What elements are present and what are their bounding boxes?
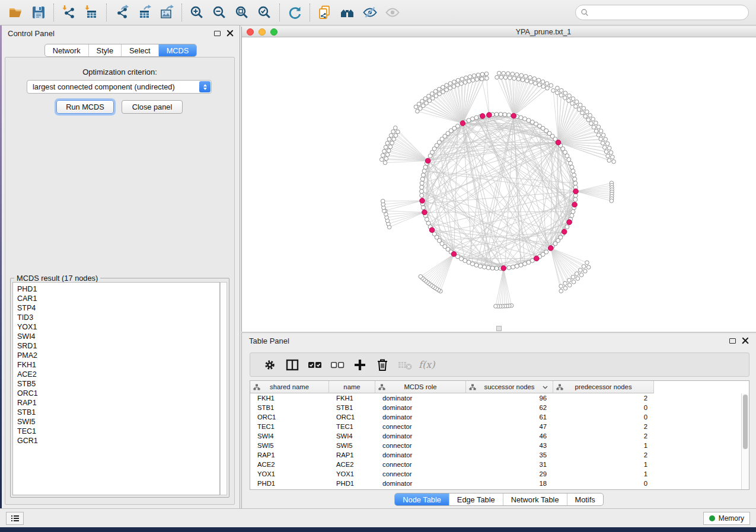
graph-node[interactable] (609, 150, 613, 155)
graph-node[interactable] (591, 117, 595, 121)
graph-node[interactable] (445, 88, 449, 92)
table-row[interactable]: FKH1FKH1dominator962 (250, 393, 741, 403)
table-scrollbar[interactable] (741, 393, 749, 489)
graph-node[interactable] (611, 155, 615, 159)
add-column-icon[interactable] (349, 355, 371, 374)
graph-node[interactable] (388, 145, 393, 149)
graph-node[interactable] (589, 121, 594, 126)
graph-node[interactable] (567, 283, 572, 287)
graph-node[interactable] (420, 185, 424, 190)
graph-node[interactable] (470, 117, 474, 121)
table-row[interactable]: YOX1YOX1connector291 (250, 469, 741, 479)
graph-node[interactable] (427, 94, 431, 98)
graph-node[interactable] (578, 103, 582, 107)
graph-node[interactable] (394, 126, 398, 130)
graph-node[interactable] (601, 141, 605, 145)
mcds-result-item[interactable]: PHD1 (17, 284, 219, 294)
graph-node[interactable] (419, 275, 423, 279)
graph-node[interactable] (586, 118, 591, 122)
graph-node-dominator[interactable] (534, 256, 540, 261)
unselect-all-columns-icon[interactable] (326, 355, 349, 374)
graph-node[interactable] (464, 76, 468, 80)
graph-node[interactable] (519, 263, 523, 267)
graph-node[interactable] (565, 225, 569, 229)
hide-selected-icon[interactable] (359, 2, 381, 23)
graph-node[interactable] (480, 72, 484, 76)
delete-column-icon[interactable] (371, 355, 394, 374)
graph-node[interactable] (485, 76, 489, 81)
graph-node[interactable] (567, 278, 572, 283)
tab-style[interactable]: Style (89, 44, 122, 56)
mcds-result-item[interactable]: STP4 (17, 303, 219, 313)
graph-node[interactable] (559, 284, 563, 289)
column-header-predecessor-nodes[interactable]: predecessor nodes (553, 381, 654, 393)
table-row[interactable]: STB1STB1dominator620 (250, 403, 741, 412)
graph-node[interactable] (583, 114, 588, 118)
graph-node[interactable] (541, 80, 545, 84)
search-box[interactable] (575, 5, 749, 20)
export-image-icon[interactable] (155, 2, 178, 23)
mcds-result-item[interactable]: SRD1 (17, 341, 219, 351)
window-close-icon[interactable] (247, 28, 254, 36)
table-row[interactable]: ACE2ACE2connector311 (250, 460, 741, 469)
graph-node[interactable] (387, 137, 391, 142)
graph-node[interactable] (420, 190, 424, 194)
tab-node-table[interactable]: Node Table (395, 493, 449, 505)
graph-node[interactable] (511, 72, 515, 76)
graph-node-dominator[interactable] (567, 220, 572, 225)
graph-node[interactable] (572, 173, 576, 177)
graph-node[interactable] (383, 161, 387, 165)
graph-node[interactable] (456, 78, 460, 82)
graph-node[interactable] (421, 206, 425, 210)
mcds-result-item[interactable]: PMA2 (17, 351, 219, 360)
table-row[interactable]: PHD1PHD1dominator180 (250, 479, 741, 488)
first-neighbors-icon[interactable] (336, 2, 359, 23)
graph-node[interactable] (546, 86, 550, 91)
show-columns-icon[interactable] (281, 355, 304, 374)
network-graph[interactable] (242, 37, 756, 331)
graph-node[interactable] (384, 145, 388, 149)
graph-node[interactable] (519, 116, 523, 120)
mcds-result-item[interactable]: TID3 (17, 313, 219, 322)
graph-node[interactable] (582, 107, 586, 111)
graph-node[interactable] (499, 75, 503, 79)
save-session-icon[interactable] (27, 2, 50, 23)
graph-node[interactable] (460, 77, 464, 81)
graph-node[interactable] (585, 261, 589, 265)
open-file-icon[interactable] (5, 2, 27, 23)
graph-node[interactable] (533, 81, 537, 85)
graph-node[interactable] (391, 130, 395, 134)
tab-network[interactable]: Network (45, 44, 89, 56)
graph-node[interactable] (448, 86, 452, 90)
tab-mcds[interactable]: MCDS (159, 44, 197, 56)
graph-node[interactable] (463, 81, 467, 85)
graph-node[interactable] (573, 181, 578, 185)
graph-node[interactable] (430, 92, 434, 96)
zoom-in-icon[interactable] (186, 2, 208, 23)
graph-node[interactable] (484, 72, 489, 76)
graph-node[interactable] (507, 265, 511, 270)
graph-node[interactable] (425, 217, 429, 222)
graph-node-dominator[interactable] (548, 246, 554, 251)
graph-node-dominator[interactable] (480, 114, 485, 119)
graph-node[interactable] (551, 89, 556, 93)
graph-node[interactable] (420, 177, 425, 181)
splitter-handle-icon[interactable] (496, 326, 502, 331)
graph-node-dominator[interactable] (487, 113, 492, 118)
run-mcds-button[interactable]: Run MCDS (56, 100, 114, 114)
export-table-icon[interactable] (133, 2, 155, 23)
graph-node[interactable] (549, 84, 553, 88)
graph-node[interactable] (577, 108, 581, 112)
graph-node[interactable] (508, 76, 512, 80)
window-minimize-icon[interactable] (259, 28, 266, 36)
graph-node[interactable] (605, 142, 610, 146)
graph-node[interactable] (585, 110, 589, 114)
graph-node[interactable] (563, 96, 567, 100)
graph-node[interactable] (507, 113, 511, 117)
close-panel-button[interactable]: Close panel (122, 100, 183, 114)
criterion-dropdown[interactable]: largest connected component (undirected) (27, 80, 212, 94)
graph-node[interactable] (563, 286, 567, 290)
graph-node[interactable] (556, 91, 560, 95)
graph-node[interactable] (414, 105, 418, 109)
window-zoom-icon[interactable] (270, 28, 277, 36)
